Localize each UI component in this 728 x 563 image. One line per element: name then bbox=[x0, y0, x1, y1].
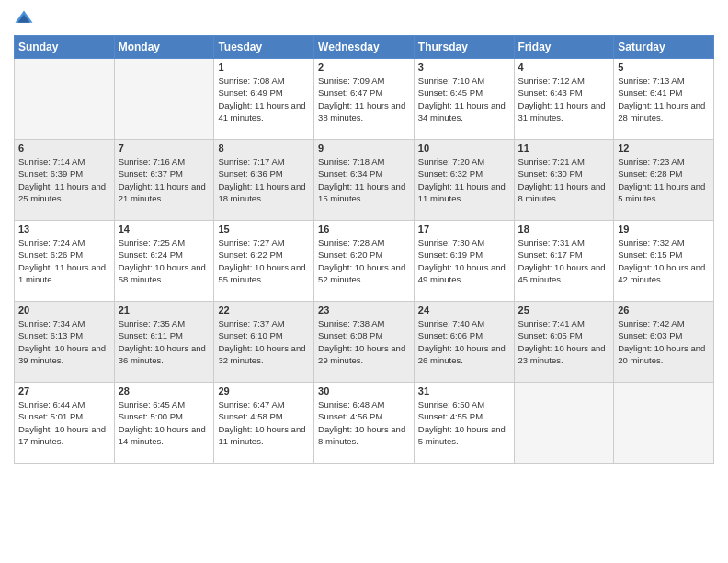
calendar-cell bbox=[15, 59, 115, 140]
calendar-header: SundayMondayTuesdayWednesdayThursdayFrid… bbox=[15, 36, 714, 59]
day-info: Sunrise: 7:24 AMSunset: 6:26 PMDaylight:… bbox=[18, 236, 110, 285]
day-info: Sunrise: 6:44 AMSunset: 5:01 PMDaylight:… bbox=[18, 398, 110, 447]
day-info: Sunrise: 7:40 AMSunset: 6:06 PMDaylight:… bbox=[418, 317, 510, 366]
day-number: 6 bbox=[18, 143, 110, 154]
calendar-cell: 10Sunrise: 7:20 AMSunset: 6:32 PMDayligh… bbox=[414, 140, 514, 221]
day-info: Sunrise: 6:50 AMSunset: 4:55 PMDaylight:… bbox=[418, 398, 510, 447]
day-number: 16 bbox=[318, 224, 410, 235]
day-number: 10 bbox=[418, 143, 510, 154]
day-info: Sunrise: 7:32 AMSunset: 6:15 PMDaylight:… bbox=[618, 236, 710, 285]
day-number: 23 bbox=[318, 304, 410, 316]
logo bbox=[14, 9, 38, 29]
day-info: Sunrise: 6:48 AMSunset: 4:56 PMDaylight:… bbox=[318, 398, 410, 447]
weekday-header-monday: Monday bbox=[114, 36, 214, 59]
calendar-cell: 27Sunrise: 6:44 AMSunset: 5:01 PMDayligh… bbox=[15, 383, 115, 464]
calendar-cell bbox=[614, 383, 714, 464]
calendar-cell: 12Sunrise: 7:23 AMSunset: 6:28 PMDayligh… bbox=[614, 140, 714, 221]
weekday-row: SundayMondayTuesdayWednesdayThursdayFrid… bbox=[15, 36, 714, 59]
calendar-cell: 8Sunrise: 7:17 AMSunset: 6:36 PMDaylight… bbox=[214, 140, 314, 221]
day-info: Sunrise: 7:42 AMSunset: 6:03 PMDaylight:… bbox=[618, 317, 710, 366]
calendar-cell: 19Sunrise: 7:32 AMSunset: 6:15 PMDayligh… bbox=[614, 221, 714, 302]
day-number: 27 bbox=[18, 385, 110, 396]
weekday-header-wednesday: Wednesday bbox=[314, 36, 415, 59]
calendar-cell: 23Sunrise: 7:38 AMSunset: 6:08 PMDayligh… bbox=[314, 302, 415, 383]
calendar-cell: 25Sunrise: 7:41 AMSunset: 6:05 PMDayligh… bbox=[514, 302, 614, 383]
day-info: Sunrise: 7:18 AMSunset: 6:34 PMDaylight:… bbox=[318, 155, 410, 204]
week-row-5: 27Sunrise: 6:44 AMSunset: 5:01 PMDayligh… bbox=[15, 383, 714, 464]
calendar-cell: 1Sunrise: 7:08 AMSunset: 6:49 PMDaylight… bbox=[214, 59, 314, 140]
calendar-cell: 22Sunrise: 7:37 AMSunset: 6:10 PMDayligh… bbox=[214, 302, 314, 383]
calendar-cell: 20Sunrise: 7:34 AMSunset: 6:13 PMDayligh… bbox=[15, 302, 115, 383]
day-number: 21 bbox=[119, 304, 210, 316]
day-info: Sunrise: 7:12 AMSunset: 6:43 PMDaylight:… bbox=[518, 75, 610, 123]
calendar-cell: 31Sunrise: 6:50 AMSunset: 4:55 PMDayligh… bbox=[414, 383, 514, 464]
day-info: Sunrise: 6:45 AMSunset: 5:00 PMDaylight:… bbox=[119, 398, 210, 447]
day-info: Sunrise: 7:34 AMSunset: 6:13 PMDaylight:… bbox=[18, 317, 110, 366]
day-info: Sunrise: 7:38 AMSunset: 6:08 PMDaylight:… bbox=[318, 317, 410, 366]
calendar-cell: 11Sunrise: 7:21 AMSunset: 6:30 PMDayligh… bbox=[514, 140, 614, 221]
calendar: SundayMondayTuesdayWednesdayThursdayFrid… bbox=[14, 35, 714, 464]
calendar-cell: 3Sunrise: 7:10 AMSunset: 6:45 PMDaylight… bbox=[414, 59, 514, 140]
calendar-cell: 24Sunrise: 7:40 AMSunset: 6:06 PMDayligh… bbox=[414, 302, 514, 383]
header bbox=[14, 9, 714, 29]
day-info: Sunrise: 7:08 AMSunset: 6:49 PMDaylight:… bbox=[218, 75, 310, 123]
day-number: 22 bbox=[218, 304, 310, 316]
day-number: 2 bbox=[318, 62, 410, 73]
calendar-cell: 15Sunrise: 7:27 AMSunset: 6:22 PMDayligh… bbox=[214, 221, 314, 302]
day-info: Sunrise: 7:14 AMSunset: 6:39 PMDaylight:… bbox=[18, 155, 110, 204]
day-info: Sunrise: 7:35 AMSunset: 6:11 PMDaylight:… bbox=[119, 317, 210, 366]
calendar-body: 1Sunrise: 7:08 AMSunset: 6:49 PMDaylight… bbox=[15, 59, 714, 464]
calendar-cell: 28Sunrise: 6:45 AMSunset: 5:00 PMDayligh… bbox=[114, 383, 214, 464]
day-number: 3 bbox=[418, 62, 510, 73]
logo-icon bbox=[14, 9, 34, 29]
calendar-cell: 6Sunrise: 7:14 AMSunset: 6:39 PMDaylight… bbox=[15, 140, 115, 221]
day-number: 9 bbox=[318, 143, 410, 154]
calendar-cell: 14Sunrise: 7:25 AMSunset: 6:24 PMDayligh… bbox=[114, 221, 214, 302]
day-number: 8 bbox=[218, 143, 310, 154]
day-info: Sunrise: 7:28 AMSunset: 6:20 PMDaylight:… bbox=[318, 236, 410, 285]
day-info: Sunrise: 7:31 AMSunset: 6:17 PMDaylight:… bbox=[518, 236, 610, 285]
calendar-cell: 16Sunrise: 7:28 AMSunset: 6:20 PMDayligh… bbox=[314, 221, 415, 302]
page: SundayMondayTuesdayWednesdayThursdayFrid… bbox=[0, 0, 728, 563]
week-row-1: 1Sunrise: 7:08 AMSunset: 6:49 PMDaylight… bbox=[15, 59, 714, 140]
calendar-cell: 4Sunrise: 7:12 AMSunset: 6:43 PMDaylight… bbox=[514, 59, 614, 140]
calendar-cell: 21Sunrise: 7:35 AMSunset: 6:11 PMDayligh… bbox=[114, 302, 214, 383]
weekday-header-sunday: Sunday bbox=[15, 36, 115, 59]
day-info: Sunrise: 7:17 AMSunset: 6:36 PMDaylight:… bbox=[218, 155, 310, 204]
weekday-header-friday: Friday bbox=[514, 36, 614, 59]
day-info: Sunrise: 7:23 AMSunset: 6:28 PMDaylight:… bbox=[618, 155, 710, 204]
weekday-header-tuesday: Tuesday bbox=[214, 36, 314, 59]
calendar-cell: 13Sunrise: 7:24 AMSunset: 6:26 PMDayligh… bbox=[15, 221, 115, 302]
calendar-cell bbox=[514, 383, 614, 464]
day-info: Sunrise: 7:09 AMSunset: 6:47 PMDaylight:… bbox=[318, 75, 410, 123]
day-number: 26 bbox=[618, 304, 710, 316]
calendar-cell bbox=[114, 59, 214, 140]
weekday-header-saturday: Saturday bbox=[614, 36, 714, 59]
day-info: Sunrise: 7:13 AMSunset: 6:41 PMDaylight:… bbox=[618, 75, 710, 123]
calendar-cell: 18Sunrise: 7:31 AMSunset: 6:17 PMDayligh… bbox=[514, 221, 614, 302]
calendar-cell: 17Sunrise: 7:30 AMSunset: 6:19 PMDayligh… bbox=[414, 221, 514, 302]
day-number: 25 bbox=[518, 304, 610, 316]
day-number: 14 bbox=[119, 224, 210, 235]
calendar-cell: 29Sunrise: 6:47 AMSunset: 4:58 PMDayligh… bbox=[214, 383, 314, 464]
day-number: 17 bbox=[418, 224, 510, 235]
calendar-cell: 26Sunrise: 7:42 AMSunset: 6:03 PMDayligh… bbox=[614, 302, 714, 383]
calendar-cell: 2Sunrise: 7:09 AMSunset: 6:47 PMDaylight… bbox=[314, 59, 415, 140]
day-number: 5 bbox=[618, 62, 710, 73]
week-row-4: 20Sunrise: 7:34 AMSunset: 6:13 PMDayligh… bbox=[15, 302, 714, 383]
day-number: 11 bbox=[518, 143, 610, 154]
day-number: 7 bbox=[119, 143, 210, 154]
day-info: Sunrise: 7:10 AMSunset: 6:45 PMDaylight:… bbox=[418, 75, 510, 123]
day-number: 20 bbox=[18, 304, 110, 316]
day-info: Sunrise: 7:30 AMSunset: 6:19 PMDaylight:… bbox=[418, 236, 510, 285]
day-number: 4 bbox=[518, 62, 610, 73]
day-number: 31 bbox=[418, 385, 510, 396]
day-info: Sunrise: 7:41 AMSunset: 6:05 PMDaylight:… bbox=[518, 317, 610, 366]
day-info: Sunrise: 7:37 AMSunset: 6:10 PMDaylight:… bbox=[218, 317, 310, 366]
day-number: 1 bbox=[218, 62, 310, 73]
day-number: 18 bbox=[518, 224, 610, 235]
calendar-cell: 30Sunrise: 6:48 AMSunset: 4:56 PMDayligh… bbox=[314, 383, 415, 464]
day-number: 12 bbox=[618, 143, 710, 154]
day-info: Sunrise: 7:21 AMSunset: 6:30 PMDaylight:… bbox=[518, 155, 610, 204]
day-number: 13 bbox=[18, 224, 110, 235]
